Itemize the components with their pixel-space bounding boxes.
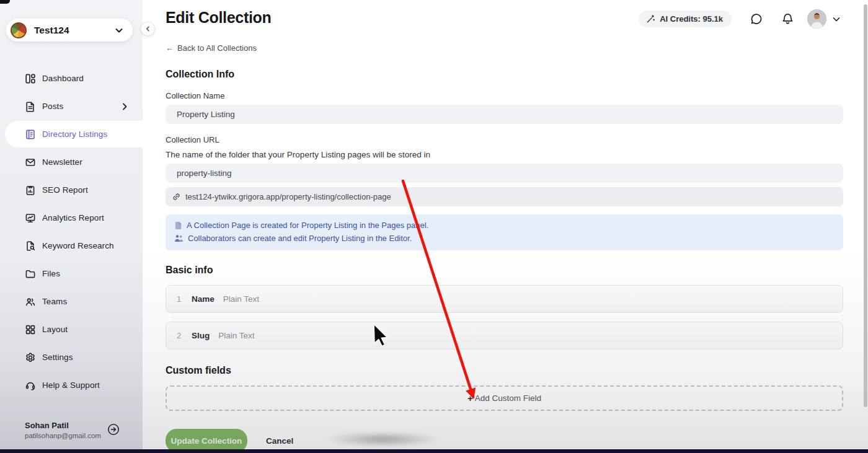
plus-icon: + (467, 393, 473, 403)
sidebar-item-label: Posts (42, 102, 63, 111)
logout-arrow-icon[interactable] (107, 423, 120, 436)
sidebar-item-seo-report[interactable]: SEO Report (5, 177, 143, 203)
account-chevron-down-icon[interactable] (831, 14, 841, 24)
note-line: A Collection Page is created for Propert… (174, 221, 835, 230)
collection-info-heading: Collection Info (166, 69, 843, 80)
back-to-collections-link[interactable]: ← Back to All Collections (166, 43, 257, 53)
posts-icon (25, 101, 36, 112)
row-field-name: Slug (192, 331, 210, 340)
notifications-bell-icon[interactable] (781, 12, 794, 26)
collection-name-label: Collection Name (166, 91, 843, 100)
sidebar-item-label: Directory Listings (42, 130, 107, 139)
workspace-logo (11, 22, 27, 38)
add-custom-field-label: Add Custom Field (475, 394, 541, 403)
directory-listings-icon (25, 129, 36, 140)
collection-url-label: Collection URL (166, 135, 843, 144)
collection-url-input[interactable]: property-listing (166, 164, 843, 183)
sidebar-item-label: SEO Report (42, 185, 88, 195)
collaborators-icon (174, 234, 184, 242)
scrollbar[interactable] (863, 0, 868, 453)
note-text: A Collection Page is created for Propert… (187, 221, 428, 230)
collection-url-help: The name of the folder that your Propert… (166, 150, 843, 159)
sidebar: Test124 Dashboard Posts Directory Listin… (0, 0, 143, 453)
basic-info-heading: Basic info (166, 265, 843, 276)
ai-credits-pill[interactable]: AI Credits: 95.1k (639, 11, 732, 27)
keyword-research-icon (25, 240, 36, 252)
sidebar-item-label: Files (42, 269, 60, 278)
workspace-name: Test124 (34, 25, 114, 36)
sidebar-user: Sohan Patil patilsohanp@gmail.com (25, 421, 130, 439)
layout-icon (25, 324, 36, 335)
sidebar-item-layout[interactable]: Layout (5, 316, 143, 343)
teams-icon (25, 296, 36, 307)
collection-url-preview-text: test124-ytwikx.grigora.app/property-list… (185, 192, 391, 201)
top-bar-controls: AI Credits: 95.1k (639, 9, 841, 29)
row-field-type: Plain Text (223, 294, 259, 304)
sidebar-item-help-support[interactable]: Help & Support (5, 372, 143, 398)
settings-icon (25, 352, 36, 363)
sidebar-item-keyword-research[interactable]: Keyword Research (5, 232, 143, 259)
row-field-name: Name (192, 294, 215, 304)
row-field-type: Plain Text (218, 331, 254, 340)
chevron-down-icon (114, 25, 124, 35)
sidebar-item-teams[interactable]: Teams (5, 288, 143, 315)
collection-name-value: Property Listing (177, 110, 235, 119)
back-link-label: Back to All Collections (177, 43, 257, 53)
sidebar-item-newsletter[interactable]: Newsletter (5, 149, 143, 175)
sidebar-item-dashboard[interactable]: Dashboard (5, 65, 143, 92)
ai-credits-label: AI Credits: 95.1k (660, 14, 723, 24)
chevron-right-icon (120, 102, 129, 111)
collection-name-input[interactable]: Property Listing (166, 105, 843, 124)
sidebar-item-label: Help & Support (42, 380, 100, 390)
basic-field-row-name[interactable]: 1 Name Plain Text (166, 285, 843, 313)
collection-url-preview[interactable]: test124-ytwikx.grigora.app/property-list… (166, 187, 843, 206)
sidebar-item-label: Teams (42, 297, 67, 306)
note-line: Collaborators can create and edit Proper… (174, 234, 835, 243)
sidebar-nav: Dashboard Posts Directory Listings Newsl… (0, 64, 143, 400)
main-content: Edit Collection ← Back to All Collection… (143, 0, 868, 453)
user-avatar[interactable] (807, 9, 826, 29)
chat-icon[interactable] (750, 12, 763, 26)
sidebar-item-label: Newsletter (42, 157, 82, 167)
dashboard-icon (25, 73, 36, 84)
add-custom-field-button[interactable]: + Add Custom Field (166, 385, 843, 411)
link-icon (172, 192, 181, 201)
sidebar-item-settings[interactable]: Settings (5, 344, 143, 371)
sidebar-item-label: Settings (42, 353, 73, 362)
sidebar-collapse-button[interactable] (141, 22, 155, 36)
collection-url-value: property-listing (177, 169, 232, 178)
note-text: Collaborators can create and edit Proper… (188, 234, 412, 243)
player-bottom-bar (0, 449, 868, 453)
analytics-report-icon (25, 213, 36, 224)
workspace-switcher[interactable]: Test124 (6, 19, 133, 42)
seo-report-icon (25, 185, 36, 196)
row-index: 1 (177, 294, 186, 304)
collection-info-note-box: A Collection Page is created for Propert… (166, 214, 843, 250)
row-index: 2 (177, 331, 186, 340)
sidebar-item-analytics-report[interactable]: Analytics Report (5, 205, 143, 231)
basic-field-row-slug[interactable]: 2 Slug Plain Text (166, 322, 843, 350)
sidebar-item-label: Keyword Research (42, 241, 114, 250)
wand-icon (646, 14, 655, 24)
sidebar-item-label: Analytics Report (42, 213, 104, 222)
files-icon (25, 268, 36, 279)
scrollbar-thumb[interactable] (864, 4, 867, 407)
sidebar-item-directory-listings[interactable]: Directory Listings (5, 121, 143, 147)
sidebar-item-label: Layout (42, 325, 68, 334)
sidebar-item-label: Dashboard (42, 74, 84, 83)
sidebar-item-files[interactable]: Files (5, 260, 143, 287)
custom-fields-heading: Custom fields (166, 365, 843, 376)
newsletter-icon (25, 157, 36, 168)
cancel-button[interactable]: Cancel (266, 436, 293, 446)
corner-notch (0, 0, 10, 4)
page-icon (174, 221, 182, 230)
back-arrow-icon: ← (166, 43, 174, 53)
sidebar-item-posts[interactable]: Posts (5, 93, 143, 120)
help-support-icon (25, 380, 36, 391)
